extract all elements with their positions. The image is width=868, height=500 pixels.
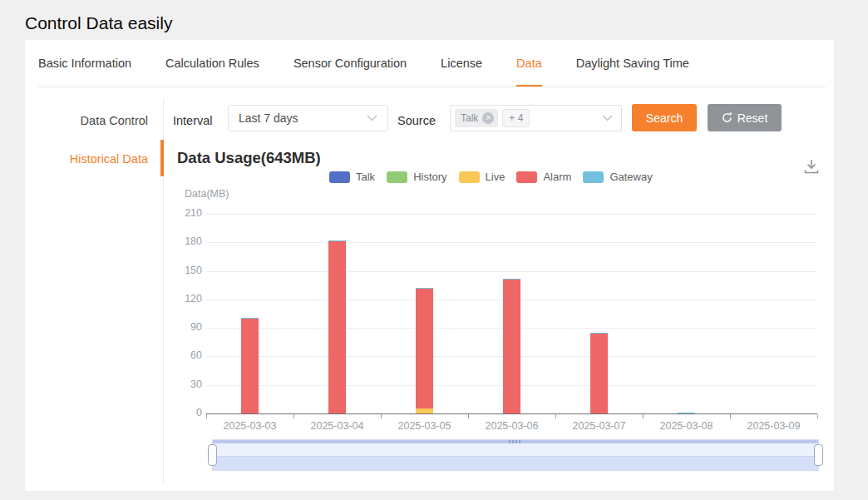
- x-axis-tick-label: 2025-03-03: [206, 420, 293, 432]
- datazoom-left-handle[interactable]: [208, 444, 217, 466]
- gridline: [206, 242, 817, 243]
- y-axis-tick-label: 210: [152, 207, 202, 219]
- x-axis-tick-label: 2025-03-09: [730, 420, 817, 432]
- x-axis-tick: [293, 414, 294, 418]
- legend-item-history[interactable]: History: [387, 171, 446, 183]
- datazoom-midline: [213, 456, 818, 457]
- bar-segment-alarm[interactable]: [503, 280, 520, 413]
- tab-calculation-rules[interactable]: Calculation Rules: [165, 40, 259, 87]
- source-select[interactable]: Talk × + 4: [450, 105, 622, 131]
- legend-item-live[interactable]: Live: [459, 171, 506, 183]
- y-axis-tick-label: 30: [152, 379, 202, 390]
- x-axis-tick: [381, 414, 382, 418]
- x-axis-tick: [730, 414, 731, 418]
- x-axis-tick-label: 2025-03-04: [293, 420, 381, 432]
- gridline: [206, 214, 817, 215]
- legend-swatch-gateway: [583, 171, 604, 183]
- sidebar-item-data-control[interactable]: Data Control: [25, 114, 148, 127]
- reset-button[interactable]: Reset: [708, 104, 782, 131]
- bar-segment-alarm[interactable]: [590, 334, 608, 413]
- y-axis-tick-label: 150: [152, 265, 202, 276]
- reset-icon: [722, 112, 732, 123]
- tab-license[interactable]: License: [441, 40, 482, 87]
- interval-select[interactable]: Last 7 days: [228, 105, 388, 131]
- tab-sensor-configuration[interactable]: Sensor Configuration: [293, 40, 407, 87]
- x-axis-tick: [817, 414, 818, 418]
- chart-title: Data Usage(643MB): [177, 149, 321, 167]
- x-axis-tick: [643, 414, 644, 418]
- legend-swatch-talk: [329, 171, 350, 183]
- x-axis-tick-label: 2025-03-05: [381, 420, 468, 432]
- y-axis-tick-label: 120: [152, 293, 202, 304]
- x-axis-tick-label: 2025-03-07: [555, 420, 643, 432]
- source-tag-talk: Talk ×: [455, 109, 498, 127]
- settings-panel: Basic Information Calculation Rules Sens…: [25, 40, 834, 491]
- x-axis-line: [206, 413, 817, 414]
- y-axis-title: Data(MB): [185, 188, 229, 200]
- gridline: [206, 271, 817, 272]
- source-label: Source: [397, 114, 436, 127]
- x-axis-tick: [555, 414, 556, 418]
- sidebar-item-historical-data[interactable]: Historical Data: [25, 152, 148, 166]
- download-icon[interactable]: [801, 156, 821, 176]
- bar-segment-alarm[interactable]: [241, 319, 259, 413]
- sidebar-active-indicator: [160, 140, 164, 176]
- x-axis-tick-label: 2025-03-06: [468, 420, 555, 432]
- legend-label: Alarm: [543, 171, 571, 183]
- legend-label: Talk: [356, 171, 375, 183]
- tab-basic-information[interactable]: Basic Information: [38, 40, 131, 87]
- search-button-label: Search: [646, 111, 683, 125]
- y-axis-tick-label: 90: [152, 321, 202, 333]
- datazoom-fill: [213, 457, 818, 470]
- chevron-down-icon: [367, 115, 377, 121]
- legend-label: Gateway: [609, 171, 652, 183]
- y-axis-tick-label: 60: [152, 349, 202, 361]
- chart-legend: Talk History Live Alarm Gateway: [329, 171, 653, 183]
- bar-segment-gateway[interactable]: [678, 413, 695, 413]
- source-tag-label: Talk: [461, 112, 478, 124]
- legend-item-gateway[interactable]: Gateway: [583, 171, 652, 183]
- bar-segment-gateway[interactable]: [241, 318, 259, 319]
- datazoom-grip-icon[interactable]: [509, 440, 522, 443]
- legend-item-talk[interactable]: Talk: [329, 171, 375, 183]
- y-axis-tick-label: 0: [152, 407, 202, 418]
- y-axis-tick-label: 180: [152, 235, 202, 247]
- chevron-down-icon: [602, 115, 613, 121]
- tab-divider: [38, 87, 826, 87]
- source-more-count: + 4: [502, 109, 530, 127]
- tag-remove-icon[interactable]: ×: [482, 112, 494, 124]
- tab-daylight-saving-time[interactable]: Daylight Saving Time: [576, 40, 689, 87]
- bar-segment-alarm[interactable]: [416, 289, 433, 408]
- legend-label: Live: [486, 171, 506, 183]
- bar-segment-gateway[interactable]: [503, 279, 520, 280]
- legend-swatch-alarm: [516, 171, 537, 183]
- x-axis-tick: [206, 414, 207, 418]
- page-title: Control Data easily: [25, 13, 172, 33]
- bar-segment-gateway[interactable]: [590, 333, 608, 334]
- tab-data[interactable]: Data: [516, 40, 542, 87]
- legend-item-alarm[interactable]: Alarm: [516, 171, 571, 183]
- x-axis-tick: [468, 414, 469, 418]
- legend-swatch-live: [459, 171, 480, 183]
- bar-segment-alarm[interactable]: [328, 241, 346, 413]
- x-axis-tick-label: 2025-03-08: [643, 420, 730, 432]
- bar-segment-live[interactable]: [416, 408, 433, 413]
- legend-label: History: [413, 171, 446, 183]
- datazoom-right-handle[interactable]: [814, 444, 823, 466]
- datazoom-slider[interactable]: [212, 439, 819, 471]
- legend-swatch-history: [387, 171, 407, 183]
- interval-value: Last 7 days: [239, 111, 367, 125]
- reset-button-label: Reset: [737, 111, 768, 125]
- bar-segment-gateway[interactable]: [328, 240, 346, 241]
- search-button[interactable]: Search: [632, 104, 697, 131]
- tab-bar: Basic Information Calculation Rules Sens…: [38, 40, 689, 87]
- interval-label: Interval: [173, 114, 213, 127]
- bar-segment-gateway[interactable]: [416, 288, 433, 289]
